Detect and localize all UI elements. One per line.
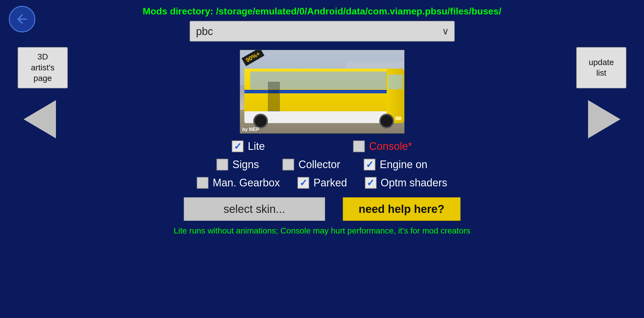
checkbox-row-2: Signs Collector ✓ Engine on xyxy=(216,158,427,171)
gearbox-checkbox[interactable] xyxy=(197,177,208,189)
optm-shaders-checkmark: ✓ xyxy=(367,178,375,188)
console-checkbox[interactable] xyxy=(353,140,365,152)
console-checkbox-item[interactable]: Console* xyxy=(353,140,412,153)
credit-text: by MEP xyxy=(242,127,259,132)
checkbox-row-3: Man. Gearbox ✓ Parked ✓ Optm shaders xyxy=(197,177,447,189)
parked-checkbox[interactable]: ✓ xyxy=(297,177,309,189)
bus-front-window xyxy=(388,74,403,89)
mods-path-text: Mods directory: /storage/emulated/0/Andr… xyxy=(143,6,501,16)
gearbox-checkbox-item[interactable]: Man. Gearbox xyxy=(197,177,280,189)
mod-dropdown[interactable]: pbc xyxy=(190,21,455,42)
collector-label: Collector xyxy=(298,158,340,171)
prev-arrow-button[interactable] xyxy=(24,100,56,138)
artist-button-label: 3D artist's page xyxy=(31,52,54,84)
wheel-left xyxy=(253,114,268,128)
dropdown-wrapper: pbc ∨ xyxy=(190,21,455,42)
help-button[interactable]: need help here? xyxy=(343,197,461,221)
lite-checkbox-item[interactable]: ✓ Lite xyxy=(232,140,265,153)
engine-checkmark: ✓ xyxy=(366,160,374,169)
update-button-label: update list xyxy=(589,57,614,79)
bus-body xyxy=(244,69,403,123)
bus-preview: 90%+ by MEP xyxy=(240,50,405,134)
artist-button[interactable]: 3D artist's page xyxy=(18,47,68,88)
signs-label: Signs xyxy=(232,158,259,171)
header: Mods directory: /storage/emulated/0/Andr… xyxy=(143,0,501,17)
lite-checkmark: ✓ xyxy=(234,142,242,151)
parked-checkmark: ✓ xyxy=(299,178,307,188)
gearbox-label: Man. Gearbox xyxy=(213,177,280,189)
engine-on-label: Engine on xyxy=(380,158,427,171)
bus-headlight xyxy=(395,117,401,120)
bus-door xyxy=(268,82,280,111)
signs-checkbox-item[interactable]: Signs xyxy=(216,158,259,171)
next-arrow-button[interactable] xyxy=(588,100,620,138)
optm-shaders-label: Optm shaders xyxy=(381,177,447,189)
update-list-button[interactable]: update list xyxy=(576,47,626,88)
footer-text: Lite runs without animations; Console ma… xyxy=(174,226,471,235)
select-skin-label: select skin... xyxy=(224,203,285,216)
parked-label: Parked xyxy=(313,177,347,189)
help-label: need help here? xyxy=(359,203,444,216)
signs-checkbox[interactable] xyxy=(216,159,228,170)
checkboxes-area: ✓ Lite Console* Signs xyxy=(197,140,447,189)
checkbox-row-1: ✓ Lite Console* xyxy=(232,140,412,153)
console-label: Console* xyxy=(369,140,412,153)
back-button[interactable] xyxy=(9,6,35,32)
optm-shaders-checkbox[interactable]: ✓ xyxy=(365,177,377,189)
mod-selector-container: pbc ∨ xyxy=(190,21,455,42)
select-skin-button[interactable]: select skin... xyxy=(184,197,325,221)
page: 3D artist's page update list Mods direct… xyxy=(0,0,644,318)
engine-on-checkbox[interactable]: ✓ xyxy=(364,159,375,170)
lite-checkbox[interactable]: ✓ xyxy=(232,140,244,152)
collector-checkbox-item[interactable]: Collector xyxy=(282,158,340,171)
lite-label: Lite xyxy=(248,140,265,153)
footer: Lite runs without animations; Console ma… xyxy=(174,226,471,236)
bus-image-container: 90%+ by MEP xyxy=(240,50,405,134)
engine-on-checkbox-item[interactable]: ✓ Engine on xyxy=(364,158,427,171)
wheel-right xyxy=(379,114,394,128)
back-arrow-icon xyxy=(15,12,29,26)
parked-checkbox-item[interactable]: ✓ Parked xyxy=(297,177,347,189)
collector-checkbox[interactable] xyxy=(282,159,294,170)
action-buttons-row: select skin... need help here? xyxy=(184,197,461,221)
optm-shaders-checkbox-item[interactable]: ✓ Optm shaders xyxy=(365,177,447,189)
